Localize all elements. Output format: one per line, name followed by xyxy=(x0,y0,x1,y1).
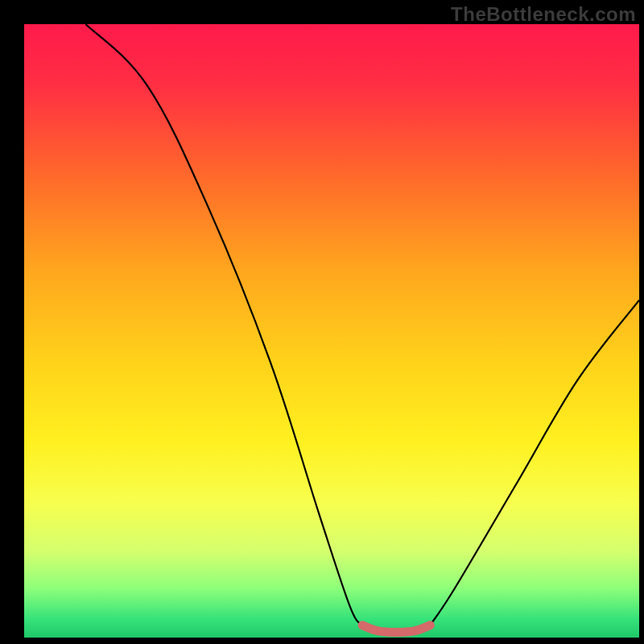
bottleneck-chart xyxy=(0,0,644,644)
watermark-text: TheBottleneck.com xyxy=(451,3,636,26)
chart-frame: TheBottleneck.com xyxy=(0,0,644,644)
plot-background xyxy=(24,24,639,638)
